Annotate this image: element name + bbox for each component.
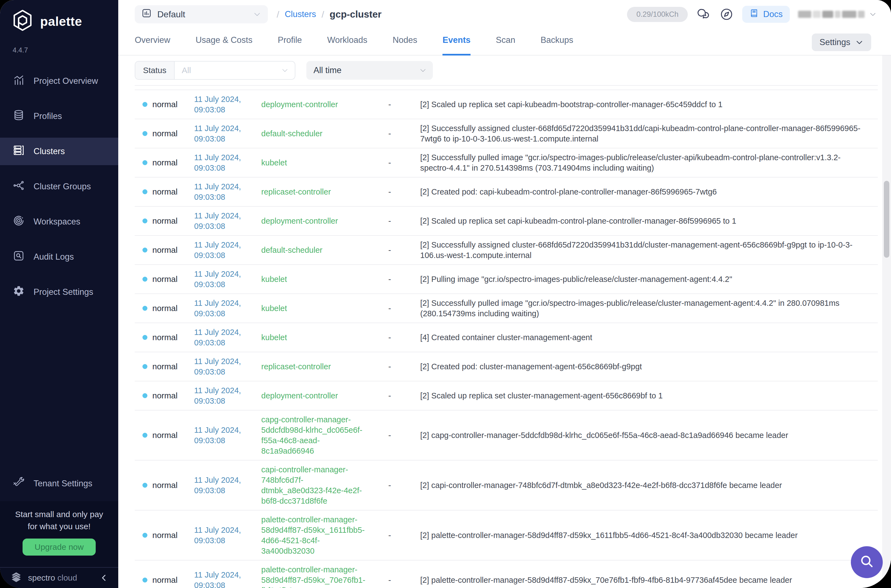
event-date: 11 July 2024, 09:03:08 bbox=[194, 570, 261, 588]
table-row[interactable]: normal 11 July 2024, 09:03:08 default-sc… bbox=[135, 236, 878, 265]
event-date: 11 July 2024, 09:03:08 bbox=[194, 327, 261, 348]
status-dot-icon bbox=[143, 248, 147, 252]
table-row[interactable]: normal 11 July 2024, 09:03:08 deployment… bbox=[135, 90, 878, 119]
event-message: [2] palette-controller-manager-58d9d4ff8… bbox=[420, 530, 878, 540]
status-filter-value: All bbox=[175, 62, 281, 79]
sidebar-item-label: Audit Logs bbox=[33, 252, 74, 262]
sidebar-item-audit-logs[interactable]: Audit Logs bbox=[0, 243, 118, 271]
search-fab-button[interactable] bbox=[851, 546, 883, 578]
compass-icon[interactable] bbox=[719, 7, 734, 22]
event-source-link[interactable]: kubelet bbox=[261, 332, 374, 343]
event-status-cell: normal bbox=[135, 274, 194, 284]
sidebar-item-workspaces[interactable]: Workspaces bbox=[0, 208, 118, 236]
event-message: [2] Successfully pulled image "gcr.io/sp… bbox=[420, 152, 878, 173]
status-dot-icon bbox=[143, 306, 147, 311]
status-dot-icon bbox=[143, 277, 147, 282]
tab-workloads[interactable]: Workloads bbox=[327, 35, 367, 56]
vertical-scrollbar[interactable] bbox=[882, 56, 891, 588]
event-status-cell: normal bbox=[135, 430, 194, 440]
table-row[interactable]: normal 11 July 2024, 09:03:08 deployment… bbox=[135, 207, 878, 236]
chevron-down-icon bbox=[419, 66, 433, 74]
sidebar-item-profiles[interactable]: Profiles bbox=[0, 102, 118, 130]
table-row[interactable]: normal 11 July 2024, 09:03:08 kubelet - … bbox=[135, 265, 878, 294]
event-source-link[interactable]: default-scheduler bbox=[261, 245, 374, 255]
book-icon bbox=[750, 9, 759, 20]
tab-nodes[interactable]: Nodes bbox=[393, 35, 417, 56]
breadcrumb-clusters-link[interactable]: Clusters bbox=[284, 9, 316, 19]
event-source-link[interactable]: kubelet bbox=[261, 303, 374, 314]
event-status: normal bbox=[152, 362, 178, 371]
event-status-cell: normal bbox=[135, 362, 194, 371]
sidebar-item-project-settings[interactable]: Project Settings bbox=[0, 278, 118, 306]
sidebar-item-label: Project Overview bbox=[33, 76, 98, 86]
event-source-link[interactable]: palette-controller-manager-58d9d4ff87-d5… bbox=[261, 564, 374, 588]
events-table: normal 11 July 2024, 09:03:08 deployment… bbox=[135, 85, 878, 588]
status-dot-icon bbox=[143, 393, 147, 398]
tab-profile[interactable]: Profile bbox=[278, 35, 302, 56]
sidebar-item-label: Profiles bbox=[33, 111, 62, 121]
event-date: 11 July 2024, 09:03:08 bbox=[194, 425, 261, 446]
layers-stack-icon bbox=[13, 109, 25, 123]
table-row[interactable]: normal 11 July 2024, 09:03:08 capg-contr… bbox=[135, 411, 878, 460]
event-date: 11 July 2024, 09:03:08 bbox=[194, 356, 261, 377]
event-status: normal bbox=[152, 216, 178, 226]
brand-logo[interactable]: palette bbox=[0, 0, 118, 34]
docs-button[interactable]: Docs bbox=[742, 6, 790, 23]
tab-events[interactable]: Events bbox=[442, 35, 471, 56]
sidebar: palette 4.4.7 Project Overview bbox=[0, 0, 118, 588]
status-dot-icon bbox=[143, 102, 147, 107]
table-row[interactable]: normal 11 July 2024, 09:03:08 replicaset… bbox=[135, 177, 878, 207]
chat-icon[interactable] bbox=[696, 7, 711, 22]
event-source-link[interactable]: capi-controller-manager-748bfc6d7f-dtmbk… bbox=[261, 464, 374, 506]
table-row[interactable]: normal 11 July 2024, 09:03:08 replicaset… bbox=[135, 352, 878, 381]
event-status-cell: normal bbox=[135, 100, 194, 109]
event-involved-object: - bbox=[374, 158, 420, 167]
settings-button[interactable]: Settings bbox=[812, 33, 871, 51]
table-row[interactable]: normal 11 July 2024, 09:03:08 capi-contr… bbox=[135, 460, 878, 510]
table-row[interactable]: normal 11 July 2024, 09:03:08 palette-co… bbox=[135, 561, 878, 588]
screen: palette 4.4.7 Project Overview bbox=[0, 0, 891, 588]
palette-logo-icon bbox=[11, 9, 34, 34]
table-row[interactable]: normal 11 July 2024, 09:03:08 default-sc… bbox=[135, 119, 878, 148]
event-date: 11 July 2024, 09:03:08 bbox=[194, 210, 261, 231]
event-date: 11 July 2024, 09:03:08 bbox=[194, 152, 261, 173]
upgrade-now-button[interactable]: Upgrade now bbox=[23, 538, 96, 556]
event-source-link[interactable]: deployment-controller bbox=[261, 390, 374, 401]
tab-overview[interactable]: Overview bbox=[135, 35, 170, 56]
tab-scan[interactable]: Scan bbox=[496, 35, 515, 56]
status-filter[interactable]: Status All bbox=[135, 61, 295, 80]
tab-backups[interactable]: Backups bbox=[541, 35, 573, 56]
event-source-link[interactable]: deployment-controller bbox=[261, 99, 374, 110]
top-bar-actions: 0.29/100kCh bbox=[627, 6, 877, 23]
event-date: 11 July 2024, 09:03:08 bbox=[194, 182, 261, 202]
table-row[interactable]: normal 11 July 2024, 09:03:08 kubelet - … bbox=[135, 323, 878, 352]
event-status-cell: normal bbox=[135, 187, 194, 196]
user-menu[interactable] bbox=[798, 10, 877, 18]
event-source-link[interactable]: default-scheduler bbox=[261, 128, 374, 139]
sidebar-item-clusters[interactable]: Clusters bbox=[0, 138, 118, 165]
project-selector[interactable]: Default bbox=[135, 5, 268, 23]
tab-usage-costs[interactable]: Usage & Costs bbox=[196, 35, 253, 56]
event-source-link[interactable]: palette-controller-manager-58d9d4ff87-d5… bbox=[261, 514, 374, 556]
table-row[interactable]: normal 11 July 2024, 09:03:08 deployment… bbox=[135, 381, 878, 411]
table-row[interactable]: normal 11 July 2024, 09:03:08 palette-co… bbox=[135, 510, 878, 561]
time-range-filter[interactable]: All time bbox=[306, 61, 433, 80]
sidebar-item-tenant-settings[interactable]: Tenant Settings bbox=[0, 470, 118, 497]
table-row[interactable]: normal 11 July 2024, 09:03:08 kubelet - … bbox=[135, 148, 878, 177]
table-row-partial bbox=[135, 86, 878, 90]
event-source-link[interactable]: replicaset-controller bbox=[261, 362, 374, 372]
event-source-link[interactable]: kubelet bbox=[261, 158, 374, 168]
scrollbar-thumb[interactable] bbox=[884, 181, 889, 258]
event-source-link[interactable]: deployment-controller bbox=[261, 216, 374, 226]
event-source-link[interactable]: capg-controller-manager-5ddcfdb98d-klrhc… bbox=[261, 414, 374, 456]
event-status-cell: normal bbox=[135, 129, 194, 138]
sidebar-item-project-overview[interactable]: Project Overview bbox=[0, 68, 118, 95]
event-message: [2] Successfully assigned cluster-668fd6… bbox=[420, 123, 878, 144]
sidebar-item-cluster-groups[interactable]: Cluster Groups bbox=[0, 173, 118, 200]
event-source-link[interactable]: kubelet bbox=[261, 274, 374, 284]
collapse-sidebar-icon[interactable] bbox=[99, 573, 108, 582]
breadcrumb-separator: / bbox=[277, 9, 279, 20]
table-row[interactable]: normal 11 July 2024, 09:03:08 kubelet - … bbox=[135, 294, 878, 323]
event-date: 11 July 2024, 09:03:08 bbox=[194, 298, 261, 319]
event-source-link[interactable]: replicaset-controller bbox=[261, 187, 374, 197]
